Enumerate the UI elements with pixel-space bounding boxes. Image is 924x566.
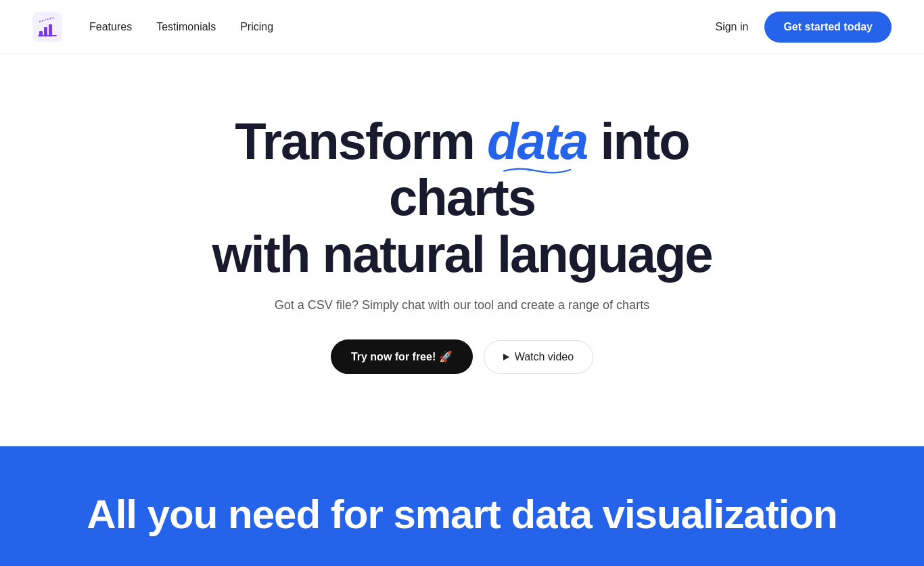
get-started-button[interactable]: Get started today <box>764 11 892 43</box>
svg-rect-0 <box>32 12 62 42</box>
watch-video-label: Watch video <box>515 351 574 363</box>
hero-section: Transform data into charts with natural … <box>0 54 924 446</box>
nav-left: Features Testimonials Pricing <box>32 12 273 42</box>
try-now-button[interactable]: Try now for free! 🚀 <box>331 339 473 374</box>
nav-links: Features Testimonials Pricing <box>89 21 273 33</box>
hero-title-part1: Transform <box>235 112 487 170</box>
hero-title-line2: with natural language <box>212 225 712 283</box>
svg-rect-3 <box>49 24 52 37</box>
logo-icon <box>32 12 62 42</box>
watch-video-button[interactable]: Watch video <box>484 340 593 374</box>
sign-in-link[interactable]: Sign in <box>715 21 748 33</box>
nav-right: Sign in Get started today <box>715 11 892 43</box>
play-icon <box>503 354 509 360</box>
hero-title: Transform data into charts with natural … <box>158 113 766 283</box>
hero-subtitle: Got a CSV file? Simply chat with our too… <box>275 298 649 312</box>
hero-buttons: Try now for free! 🚀 Watch video <box>331 339 593 374</box>
navbar: Features Testimonials Pricing Sign in Ge… <box>0 0 924 54</box>
nav-link-features[interactable]: Features <box>89 21 132 32</box>
hero-title-highlight: data <box>487 113 587 170</box>
blue-section-title: All you need for smart data visualizatio… <box>87 491 837 538</box>
blue-section: All you need for smart data visualizatio… <box>0 446 924 566</box>
svg-rect-4 <box>38 35 57 37</box>
logo[interactable] <box>32 12 62 42</box>
svg-rect-2 <box>44 27 47 37</box>
nav-link-pricing[interactable]: Pricing <box>240 21 273 32</box>
nav-link-testimonials[interactable]: Testimonials <box>156 21 216 32</box>
